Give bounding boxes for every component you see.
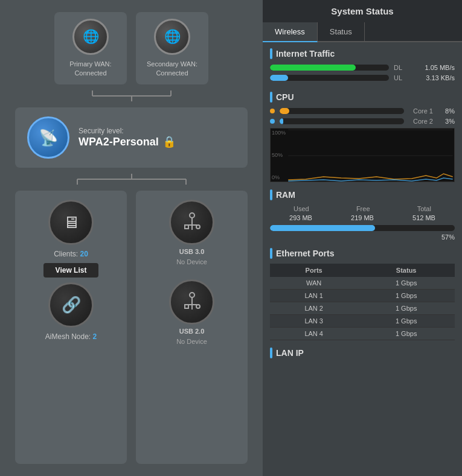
ul-value: 3.13 KB/s xyxy=(409,74,455,81)
ram-percent: 57% xyxy=(270,233,455,241)
cpu-title: CPU xyxy=(270,92,455,103)
ul-bar-fill xyxy=(270,75,288,81)
panel-content: Internet Traffic DL 1.05 MB/s UL 3.13 KB… xyxy=(263,42,462,476)
usb2-label: USB 2.0 xyxy=(179,328,205,335)
tab-status[interactable]: Status xyxy=(318,22,365,41)
core2-bar-bg xyxy=(280,118,404,124)
svg-point-13 xyxy=(190,293,194,297)
eth-port-cell: LAN 3 xyxy=(270,315,358,328)
ram-value-row: 293 MB 219 MB 512 MB xyxy=(270,214,455,221)
top-connector xyxy=(9,90,254,101)
ul-label: UL xyxy=(394,74,405,81)
wan-connector-svg xyxy=(53,90,210,101)
bottom-row: 🖥 Clients: 20 View List 🔗 AiMesh Node: 2 xyxy=(9,191,254,464)
svg-point-12 xyxy=(196,225,200,229)
primary-wan-label: Primary WAN: Connected xyxy=(69,60,111,78)
accent-bar-eth xyxy=(270,248,272,259)
eth-port-cell: LAN 2 xyxy=(270,302,358,315)
ul-bar-bg xyxy=(270,75,389,81)
svg-point-17 xyxy=(196,305,200,308)
lan-ip-section: LAN IP xyxy=(270,347,455,363)
usb-symbol-2 xyxy=(181,291,203,313)
table-row: LAN 11 Gbps xyxy=(270,290,455,302)
left-panel: 🌐 Primary WAN: Connected 🌐 Secondary WAN… xyxy=(0,0,263,476)
accent-bar-cpu xyxy=(270,92,272,103)
secondary-wan-icon: 🌐 xyxy=(154,19,190,55)
internet-traffic-title: Internet Traffic xyxy=(270,48,455,59)
usb1-section: USB 3.0 No Device xyxy=(142,200,242,265)
eth-port-cell: LAN 4 xyxy=(270,328,358,340)
router-icon: 📡 xyxy=(27,116,69,159)
core1-label: Core 1 xyxy=(409,107,433,115)
usb2-status: No Device xyxy=(176,338,207,345)
security-value: WPA2-Personal 🔒 xyxy=(79,135,176,148)
ethernet-section: Ethernet Ports Ports Status WAN1 GbpsLAN… xyxy=(270,248,455,340)
usb2-icon xyxy=(169,279,214,325)
ethernet-title: Ethernet Ports xyxy=(270,248,455,259)
eth-port-cell: LAN 1 xyxy=(270,290,358,302)
usb2-section: USB 2.0 No Device xyxy=(142,279,242,345)
aimesh-icon: 🔗 xyxy=(48,282,94,328)
cpu-graph: 100% 50% 0% xyxy=(270,128,455,182)
core2-label: Core 2 xyxy=(409,118,433,125)
tab-row: Wireless Status xyxy=(263,22,462,42)
bottom-connector-svg xyxy=(44,174,219,185)
secondary-wan-box: 🌐 Secondary WAN: Connected xyxy=(136,12,208,84)
eth-port-cell: WAN xyxy=(270,277,358,290)
core1-dot xyxy=(270,109,275,113)
right-panel: System Status Wireless Status Internet T… xyxy=(263,0,462,476)
core2-dot xyxy=(270,119,275,124)
eth-header-ports: Ports xyxy=(270,264,358,277)
clients-icon: 🖥 xyxy=(48,200,94,245)
eth-status-cell: 1 Gbps xyxy=(358,277,455,290)
table-row: LAN 41 Gbps xyxy=(270,328,455,340)
view-list-button[interactable]: View List xyxy=(43,263,99,278)
primary-wan-box: 🌐 Primary WAN: Connected xyxy=(54,12,127,84)
table-row: LAN 21 Gbps xyxy=(270,302,455,315)
eth-status-cell: 1 Gbps xyxy=(358,315,455,328)
accent-bar-lan xyxy=(270,347,272,358)
cpu-core1-row: Core 1 8% xyxy=(270,107,455,115)
tab-wireless[interactable]: Wireless xyxy=(263,22,318,42)
lock-icon: 🔒 xyxy=(162,135,176,148)
table-row: LAN 31 Gbps xyxy=(270,315,455,328)
usb1-status: No Device xyxy=(176,258,207,265)
router-info: Security level: WPA2-Personal 🔒 xyxy=(79,127,176,148)
internet-traffic-section: Internet Traffic DL 1.05 MB/s UL 3.13 KB… xyxy=(270,48,455,84)
usb1-icon xyxy=(169,200,214,245)
svg-point-8 xyxy=(190,213,194,218)
core1-value: 8% xyxy=(438,107,455,115)
aimesh-label: AiMesh Node: 2 xyxy=(45,332,97,341)
panel-title: System Status xyxy=(263,0,462,22)
dl-label: DL xyxy=(394,64,405,71)
ram-header-row: Used Free Total xyxy=(270,205,455,212)
primary-wan-icon: 🌐 xyxy=(72,19,109,55)
cpu-section: CPU Core 1 8% Core 2 3% xyxy=(270,92,455,182)
eth-status-cell: 1 Gbps xyxy=(358,290,455,302)
core2-value: 3% xyxy=(438,118,455,125)
ram-title: RAM xyxy=(270,189,455,200)
eth-status-cell: 1 Gbps xyxy=(358,328,455,340)
ram-bar-fill xyxy=(270,225,375,231)
dl-bar-fill xyxy=(270,65,356,71)
core1-bar-fill xyxy=(280,108,289,114)
bottom-connector xyxy=(9,174,254,185)
clients-count: 20 xyxy=(80,250,88,258)
table-row: WAN1 Gbps xyxy=(270,277,455,290)
dl-bar-bg xyxy=(270,65,389,71)
aimesh-count: 2 xyxy=(93,332,97,341)
clients-box: 🖥 Clients: 20 View List 🔗 AiMesh Node: 2 xyxy=(15,191,127,464)
core1-bar-bg xyxy=(280,108,404,114)
dl-value: 1.05 MB/s xyxy=(409,64,455,71)
usb1-label: USB 3.0 xyxy=(179,248,205,255)
dl-row: DL 1.05 MB/s xyxy=(270,64,455,71)
accent-bar-ram xyxy=(270,189,272,200)
ram-bar-bg xyxy=(270,225,455,231)
svg-rect-16 xyxy=(185,305,188,308)
lan-ip-title: LAN IP xyxy=(270,347,455,358)
router-box: 📡 Security level: WPA2-Personal 🔒 xyxy=(15,107,248,168)
cpu-graph-labels: 100% 50% 0% xyxy=(272,129,286,182)
cpu-core2-row: Core 2 3% xyxy=(270,118,455,125)
secondary-wan-label: Secondary WAN: Connected xyxy=(147,60,197,78)
ethernet-table: Ports Status WAN1 GbpsLAN 11 GbpsLAN 21 … xyxy=(270,264,455,340)
